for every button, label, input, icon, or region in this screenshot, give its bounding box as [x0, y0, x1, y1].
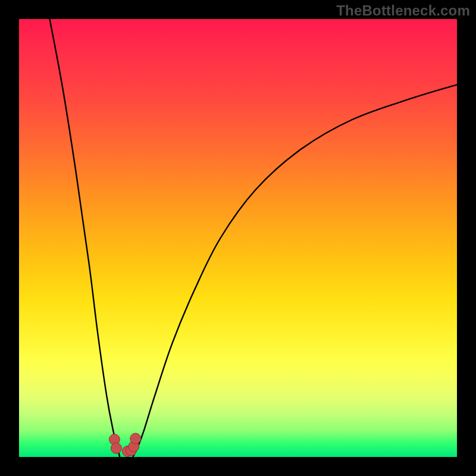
chart-svg	[19, 19, 457, 457]
bottleneck-marker	[111, 443, 121, 453]
watermark-text: TheBottleneck.com	[336, 2, 470, 19]
bottleneck-markers	[109, 433, 140, 456]
chart-frame	[19, 19, 457, 457]
bottleneck-marker	[130, 433, 141, 444]
curve-left-branch	[50, 19, 120, 457]
curve-right-branch	[133, 84, 457, 457]
